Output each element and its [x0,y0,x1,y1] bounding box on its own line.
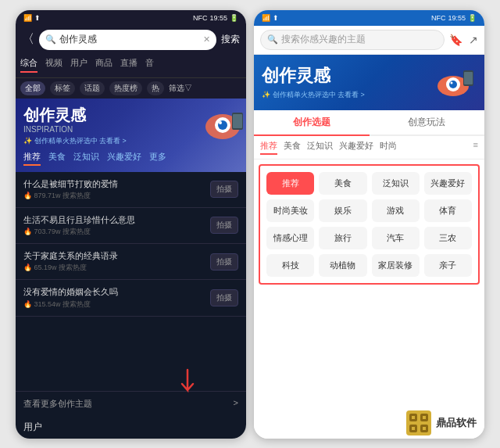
sub-tab-food[interactable]: 美食 [284,140,301,155]
cat-home[interactable]: 家居装修 [372,254,420,277]
cat-car[interactable]: 汽车 [372,227,420,249]
nfc-icon-r: NFC [431,14,446,22]
sub-tab-more-icon[interactable]: ≡ [473,140,478,155]
cat-interest[interactable]: 兴趣爱好 [424,172,472,195]
filter-all[interactable]: 全部 [20,81,45,95]
tab-comprehensive[interactable]: 综合 [20,57,38,73]
cat-kids[interactable]: 亲子 [424,254,472,277]
tab-user[interactable]: 用户 [70,57,88,73]
filter-tag[interactable]: 标签 [50,81,75,95]
item-title-1: 什么是被细节打败的爱情 [23,178,210,189]
cat-recommend[interactable]: 推荐 [266,172,314,195]
search-icon: 🔍 [45,34,56,45]
footer-brand: 鼎品软件 [254,407,484,439]
share-icon[interactable]: ↗ [469,34,478,46]
see-more[interactable]: 查看更多创作主题 > [16,391,246,416]
phone-left: 📶 ⬆ NFC 19:55 🔋 〈 🔍 创作灵感 ✕ 搜索 综合 视频 用户 商… [16,10,246,439]
banner-subtitle: INSPIRATION [23,125,86,134]
tab-product[interactable]: 商品 [95,57,112,73]
item-title-3: 关于家庭关系的经典语录 [23,250,210,261]
categories-grid: 推荐 美食 泛知识 兴趣爱好 时尚美妆 娱乐 游戏 体育 情感心理 旅行 汽车 … [259,164,480,285]
search-icon-r: 🔍 [267,34,278,45]
search-bar-right[interactable]: 🔍 搜索你感兴趣的主题 [260,30,445,50]
search-placeholder-r: 搜索你感兴趣的主题 [281,33,438,46]
svg-rect-17 [423,416,426,419]
bookmark-icon[interactable]: 🔖 [449,34,462,46]
brand-name-text: 鼎品软件 [436,416,477,430]
tab-video[interactable]: 视频 [45,57,62,73]
arrow-to-see-more [176,368,199,396]
chevron-right-icon: > [234,398,238,410]
tab-more[interactable]: 音 [145,57,154,73]
svg-rect-18 [412,427,415,430]
search-query: 创作灵感 [59,33,200,46]
cat-knowledge[interactable]: 泛知识 [372,172,420,195]
item-title-4: 没有爱情的婚姻会长久吗 [23,286,210,297]
shoot-button-2[interactable]: 拍摄 [210,217,238,234]
cat-travel[interactable]: 旅行 [319,227,366,249]
status-right: NFC 19:55 🔋 [193,14,238,22]
cat-game[interactable]: 游戏 [372,199,420,222]
banner-title: 创作灵感 [23,106,86,124]
banner-tab-food[interactable]: 美食 [48,151,66,166]
svg-point-9 [451,81,453,84]
svg-rect-11 [464,72,473,84]
tab-live[interactable]: 直播 [120,57,138,73]
time-left: 19:55 [209,14,227,22]
banner2-mascot [434,64,477,102]
signal-icon: 📶 [23,14,32,22]
cat-emotion[interactable]: 情感心理 [266,227,314,249]
cat-tech[interactable]: 科技 [266,254,314,277]
inner-tabs: 创作选题 创意玩法 [254,110,484,136]
banner-tab-knowledge[interactable]: 泛知识 [73,151,99,166]
sub-tabs: 推荐 美食 泛知识 兴趣爱好 时尚 ≡ [254,136,484,159]
filter-select[interactable]: 筛选▽ [169,83,192,94]
search-header-right: 🔍 搜索你感兴趣的主题 🔖 ↗ [254,26,484,55]
banner-tab-recommend[interactable]: 推荐 [23,151,41,166]
cat-entertainment[interactable]: 娱乐 [319,199,366,222]
banner2-subtitle: ✨ 创作精单火热评选中 去看看 > [262,90,365,100]
list-item: 关于家庭关系的经典语录 🔥 65.19w 搜索热度 拍摄 [16,244,246,280]
search-bar[interactable]: 🔍 创作灵感 ✕ [39,30,216,50]
shoot-button-1[interactable]: 拍摄 [210,181,238,198]
sub-tab-knowledge[interactable]: 泛知识 [307,140,333,155]
spacer [254,289,484,407]
back-button[interactable]: 〈 [22,31,34,48]
banner-tab-interest[interactable]: 兴趣爱好 [107,151,141,166]
svg-rect-5 [233,114,242,128]
tab-creative-play[interactable]: 创意玩法 [370,110,485,134]
sub-tab-interest[interactable]: 兴趣爱好 [339,140,373,155]
cat-fashion[interactable]: 时尚美妆 [266,199,314,222]
banner2-title: 创作灵感 [262,64,365,88]
status-bar-right: 📶 ⬆ NFC 19:55 🔋 [254,10,484,26]
list-item: 生活不易且行且珍惜什么意思 🔥 703.79w 搜索热度 拍摄 [16,208,246,244]
time-right: 19:55 [448,14,466,22]
cat-agriculture[interactable]: 三农 [424,227,472,249]
banner-tab-more[interactable]: 更多 [149,151,166,166]
item-meta-1: 🔥 879.71w 搜索热度 [23,191,210,201]
shoot-button-3[interactable]: 拍摄 [210,253,238,271]
sub-tab-fashion[interactable]: 时尚 [380,140,397,155]
wifi-icon: ⬆ [34,14,41,22]
search-button[interactable]: 搜索 [221,33,240,46]
sub-tab-recommend[interactable]: 推荐 [260,140,277,155]
item-title-2: 生活不易且行且珍惜什么意思 [23,214,210,225]
status-left-r: 📶 ⬆ [262,14,279,22]
cat-sports[interactable]: 体育 [424,199,472,222]
svg-rect-16 [412,416,415,419]
header-icons: 🔖 ↗ [449,34,478,46]
filter-topic[interactable]: 话题 [80,81,105,95]
clear-icon[interactable]: ✕ [203,34,210,45]
filter-bar: 全部 标签 话题 热度榜 热 筛选▽ [16,78,246,99]
cat-food[interactable]: 美食 [319,172,366,195]
search-header-left: 〈 🔍 创作灵感 ✕ 搜索 [16,26,246,54]
arrow-to-search [62,99,102,100]
tab-topic-selection[interactable]: 创作选题 [254,110,370,136]
svg-point-3 [219,121,222,124]
status-left: 📶 ⬆ [23,14,41,22]
filter-hot[interactable]: 热度榜 [109,81,142,95]
filter-heat[interactable]: 热 [147,81,164,95]
cat-nature[interactable]: 动植物 [319,254,366,277]
shoot-button-4[interactable]: 拍摄 [210,289,238,306]
list-item: 什么是被细节打败的爱情 🔥 879.71w 搜索热度 拍摄 [16,172,246,208]
